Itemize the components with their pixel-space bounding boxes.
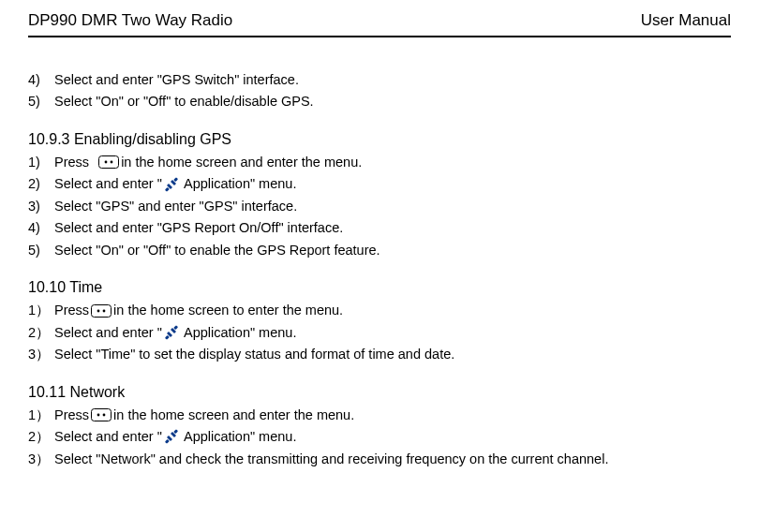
- step-text: Select "On" or "Off" to enable/disable G…: [54, 91, 731, 111]
- step-text: in the home screen and enter the menu.: [113, 405, 354, 425]
- svg-rect-9: [173, 325, 178, 330]
- step-text: Application" menu.: [181, 173, 297, 194]
- svg-rect-10: [92, 408, 112, 421]
- step-body: Select and enter " Application" menu.: [54, 322, 731, 343]
- svg-rect-8: [165, 335, 170, 340]
- step-text: Application" menu.: [181, 426, 297, 447]
- continuation-block: 4) Select and enter "GPS Switch" interfa…: [28, 69, 731, 112]
- svg-point-7: [103, 309, 106, 312]
- application-icon: [164, 177, 179, 192]
- step-body: Select and enter " Application" menu.: [54, 173, 731, 194]
- step-text: Select and enter "GPS Switch" interface.: [54, 69, 731, 90]
- svg-rect-4: [173, 177, 178, 182]
- step: 2） Select and enter " Application" menu.: [28, 322, 731, 343]
- menu-key-icon: [98, 155, 119, 169]
- step: 3) Select "GPS" and enter "GPS" interfac…: [28, 196, 731, 216]
- step: 5) Select "On" or "Off" to enable/disabl…: [28, 91, 731, 111]
- step-number: 2）: [28, 322, 54, 343]
- step-number: 1）: [28, 300, 54, 320]
- page-header: DP990 DMR Two Way Radio User Manual: [28, 11, 731, 37]
- step: 4) Select and enter "GPS Switch" interfa…: [28, 69, 731, 90]
- step-number: 5): [28, 91, 54, 111]
- step: 2) Select and enter " Application" menu.: [28, 173, 731, 194]
- step-text: Select and enter ": [54, 426, 162, 447]
- step-number: 4): [28, 69, 54, 90]
- section-heading-1011: 10.11 Network: [28, 384, 731, 401]
- svg-rect-0: [99, 156, 119, 169]
- step: 5) Select "On" or "Off" to enable the GP…: [28, 240, 731, 260]
- document-page: DP990 DMR Two Way Radio User Manual 4) S…: [0, 0, 759, 469]
- step-text: Select and enter ": [54, 322, 162, 343]
- step-number: 4): [28, 217, 54, 238]
- svg-point-1: [105, 161, 108, 164]
- step: 1） Press in the home screen and enter th…: [28, 405, 731, 425]
- step-number: 2）: [28, 426, 54, 447]
- svg-point-11: [97, 414, 100, 417]
- step: 1) Press in the home screen and enter th…: [28, 152, 731, 172]
- section-heading-1010: 10.10 Time: [28, 279, 731, 296]
- header-left: DP990 DMR Two Way Radio: [28, 11, 232, 30]
- svg-rect-5: [92, 304, 112, 317]
- menu-key-icon: [91, 304, 112, 318]
- step-text: Select and enter ": [54, 173, 162, 194]
- step-text: Press: [54, 405, 89, 425]
- step-number: 5): [28, 240, 54, 260]
- menu-key-icon: [91, 408, 112, 421]
- step: 1） Press in the home screen to enter the…: [28, 300, 731, 320]
- step-body: Press in the home screen and enter the m…: [54, 405, 731, 425]
- step-text: Select "Time" to set the display status …: [54, 344, 731, 364]
- step: 2） Select and enter " Application" menu.: [28, 426, 731, 447]
- step-text: Select "Network" and check the transmitt…: [54, 449, 731, 469]
- step: 4) Select and enter "GPS Report On/Off" …: [28, 217, 731, 238]
- step-number: 3）: [28, 344, 54, 364]
- step-number: 2): [28, 173, 54, 194]
- svg-rect-3: [165, 187, 170, 192]
- header-right: User Manual: [641, 11, 731, 30]
- step: 3） Select "Time" to set the display stat…: [28, 344, 731, 364]
- step-number: 1): [28, 152, 54, 172]
- step-body: Press in the home screen and enter the m…: [54, 152, 731, 172]
- application-icon: [164, 325, 179, 340]
- svg-point-6: [97, 309, 100, 312]
- svg-point-12: [103, 414, 106, 417]
- step-text: Select "GPS" and enter "GPS" interface.: [54, 196, 731, 216]
- step-number: 3): [28, 196, 54, 216]
- step-text: Press: [54, 300, 89, 320]
- svg-point-2: [111, 161, 113, 164]
- step-text: in the home screen to enter the menu.: [113, 300, 343, 320]
- step-text: Press: [54, 152, 97, 172]
- step-text: Select and enter "GPS Report On/Off" int…: [54, 217, 731, 238]
- application-icon: [164, 429, 179, 444]
- step-body: Select and enter " Application" menu.: [54, 426, 731, 447]
- step-body: Press in the home screen to enter the me…: [54, 300, 731, 320]
- step-number: 1）: [28, 405, 54, 425]
- step-number: 3）: [28, 449, 54, 469]
- section-heading-1093: 10.9.3 Enabling/disabling GPS: [28, 131, 731, 148]
- svg-rect-14: [173, 430, 178, 435]
- step-text: Application" menu.: [181, 322, 297, 343]
- step-text: Select "On" or "Off" to enable the GPS R…: [54, 240, 731, 260]
- step: 3） Select "Network" and check the transm…: [28, 449, 731, 469]
- step-text: in the home screen and enter the menu.: [121, 152, 362, 172]
- svg-rect-13: [165, 439, 170, 444]
